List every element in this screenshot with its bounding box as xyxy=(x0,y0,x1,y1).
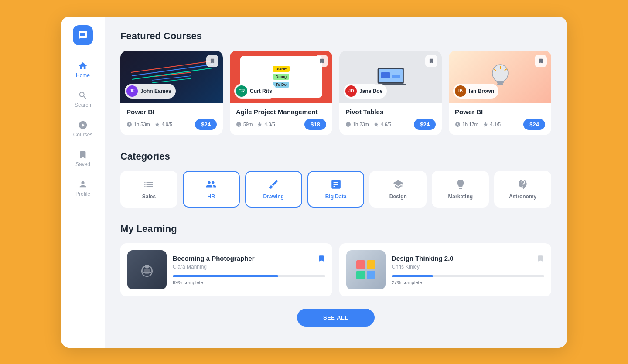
clock-icon-2 xyxy=(236,122,242,127)
course-card-4[interactable]: IB Ian Brown Power BI 1h 17m xyxy=(449,51,551,135)
avatar-initials-4: IB xyxy=(455,85,466,97)
rating-3: 4.6/5 xyxy=(373,122,391,127)
category-astronomy[interactable]: Astronomy xyxy=(494,171,551,208)
course-card-3[interactable]: JD Jane Doe Pivot Tables 1h 23m xyxy=(339,51,442,135)
instructor-avatar-1: JE xyxy=(126,85,138,97)
course-title-4: Power BI xyxy=(455,108,545,116)
saved-icon xyxy=(78,150,88,160)
svg-rect-6 xyxy=(381,72,390,78)
category-design[interactable]: Design xyxy=(369,171,427,208)
progress-bar-fill-2 xyxy=(392,275,433,277)
featured-courses-title: Featured Courses xyxy=(120,31,551,42)
instructor-badge-3: JD Jane Doe xyxy=(344,84,387,99)
duration-text-4: 1h 17m xyxy=(462,122,478,127)
design-thumbnail xyxy=(346,250,386,289)
category-marketing[interactable]: Marketing xyxy=(432,171,489,208)
profile-icon xyxy=(78,180,88,189)
category-hr[interactable]: HR xyxy=(183,171,240,208)
instructor-badge-2: CR Curt Rits xyxy=(234,84,276,99)
learning-bookmark-1[interactable] xyxy=(317,255,325,264)
course-image-2: DONE Doing To Do CR Curt Rits xyxy=(230,51,332,103)
duration-2: 59m xyxy=(236,122,253,127)
progress-text-1: 69% complete xyxy=(173,280,325,285)
price-btn-2[interactable]: $18 xyxy=(304,119,326,130)
course-4-bookmark-btn[interactable] xyxy=(535,55,547,67)
camera-svg xyxy=(136,259,158,281)
star-icon-2 xyxy=(257,122,263,127)
course-card-1[interactable]: JE John Eames Power BI 1h 53m xyxy=(120,51,223,135)
svg-line-0 xyxy=(152,72,191,77)
rating-text-1: 4.9/5 xyxy=(162,122,172,127)
see-all-button[interactable]: SEE ALL xyxy=(297,309,375,327)
bookmark-outline-icon xyxy=(536,255,544,262)
instructor-name-3: Jane Doe xyxy=(359,88,382,94)
search-icon xyxy=(78,91,88,100)
learning-card-2[interactable]: Design Thinking 2.0 Chris Kinley 27% com… xyxy=(339,243,551,296)
sidebar-label-saved: Saved xyxy=(75,161,90,167)
category-drawing[interactable]: Drawing xyxy=(245,171,302,208)
sidebar-item-search[interactable]: Search xyxy=(65,85,100,113)
course-body-4: Power BI 1h 17m 4.1/5 $24 xyxy=(449,103,551,135)
rating-2: 4.3/5 xyxy=(257,122,275,127)
price-btn-4[interactable]: $24 xyxy=(523,119,545,130)
sidebar-item-home[interactable]: Home xyxy=(65,56,100,84)
course-1-bookmark-btn[interactable] xyxy=(206,55,218,67)
instructor-avatar-4: IB xyxy=(455,85,466,97)
category-bigdata[interactable]: Big Data xyxy=(307,171,365,208)
bookmark-icon-3 xyxy=(428,58,434,64)
course-card-2[interactable]: DONE Doing To Do CR Curt Rits xyxy=(230,51,332,135)
course-title-2: Agile Project Management xyxy=(236,108,326,116)
duration-3: 1h 23m xyxy=(345,122,369,127)
sticky-note-2 xyxy=(367,260,375,269)
sidebar-item-saved[interactable]: Saved xyxy=(65,145,100,173)
learning-card-1[interactable]: Becoming a Photographer Clara Manning 69… xyxy=(120,243,332,296)
progress-bar-fill-1 xyxy=(173,275,278,277)
app-container: Home Search Courses Saved Profile xyxy=(61,17,567,348)
star-icon-4 xyxy=(483,122,488,127)
course-meta-3: 1h 23m 4.6/5 $24 xyxy=(345,119,436,130)
course-image-1: JE John Eames xyxy=(120,51,223,103)
star-icon-3 xyxy=(373,122,379,127)
svg-rect-17 xyxy=(145,265,149,268)
course-meta-4: 1h 17m 4.1/5 $24 xyxy=(455,119,545,130)
astronomy-icon xyxy=(517,179,529,190)
learning-title-1: Becoming a Photographer xyxy=(173,255,255,262)
category-label-design: Design xyxy=(389,194,407,200)
course-meta-2: 59m 4.3/5 $18 xyxy=(236,119,326,130)
people-icon xyxy=(205,179,217,190)
learning-bookmark-2[interactable] xyxy=(536,255,544,264)
home-icon xyxy=(78,61,88,71)
sidebar: Home Search Courses Saved Profile xyxy=(61,17,105,348)
bookmark-icon-2 xyxy=(319,58,325,64)
learning-title-2: Design Thinking 2.0 xyxy=(392,255,454,262)
price-btn-1[interactable]: $24 xyxy=(195,119,217,130)
my-learning-grid: Becoming a Photographer Clara Manning 69… xyxy=(120,243,551,296)
sidebar-item-courses[interactable]: Courses xyxy=(65,115,100,143)
rating-text-2: 4.3/5 xyxy=(264,122,275,127)
learning-instructor-1: Clara Manning xyxy=(173,264,255,270)
logo-button[interactable] xyxy=(73,25,93,45)
instructor-avatar-3: JD xyxy=(345,85,357,97)
instructor-name-2: Curt Rits xyxy=(250,88,272,94)
progress-bar-bg-1 xyxy=(173,275,325,277)
drawing-icon xyxy=(268,179,279,190)
course-image-4: IB Ian Brown xyxy=(449,51,551,103)
my-learning-title: My Learning xyxy=(120,223,551,235)
svg-point-15 xyxy=(144,268,150,274)
svg-rect-7 xyxy=(392,75,400,78)
svg-line-2 xyxy=(152,78,191,83)
sticky-note-4 xyxy=(367,271,375,279)
price-btn-3[interactable]: $24 xyxy=(414,119,436,130)
bookmark-filled-icon xyxy=(317,255,325,262)
course-image-3: JD Jane Doe xyxy=(339,51,442,103)
course-2-bookmark-btn[interactable] xyxy=(316,55,328,67)
sidebar-item-profile[interactable]: Profile xyxy=(65,174,100,202)
learning-thumb-1 xyxy=(127,250,167,289)
star-icon-1 xyxy=(154,122,160,127)
duration-1: 1h 53m xyxy=(126,122,150,127)
learning-instructor-2: Chris Kinley xyxy=(392,264,454,270)
main-content: Featured Courses xyxy=(105,17,567,348)
course-3-bookmark-btn[interactable] xyxy=(425,55,437,67)
category-sales[interactable]: Sales xyxy=(120,171,177,208)
course-body-3: Pivot Tables 1h 23m 4.6/5 xyxy=(339,103,442,135)
